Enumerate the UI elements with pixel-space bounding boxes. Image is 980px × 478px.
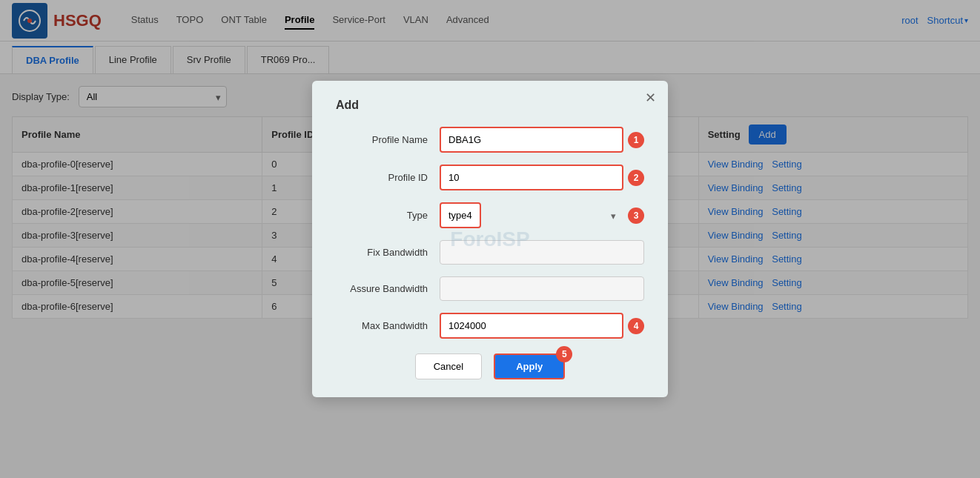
max-bw-input-wrapper: 4 (440, 313, 644, 339)
cancel-button[interactable]: Cancel (415, 353, 482, 379)
step-badge-2: 2 (628, 170, 644, 186)
modal-overlay: Add ✕ Profile Name 1 Profile ID 2 Type (0, 0, 980, 478)
profile-id-input[interactable] (440, 165, 623, 190)
step-badge-3: 3 (628, 208, 644, 224)
step-badge-1: 1 (628, 132, 644, 148)
fix-bw-label: Fix Bandwidth (336, 247, 440, 258)
profile-name-input-wrapper: 1 (440, 127, 644, 153)
type-select[interactable]: type1 type2 type3 type4 type5 (440, 202, 481, 228)
type-label: Type (336, 210, 440, 221)
assure-bw-input[interactable] (440, 276, 644, 301)
apply-wrapper: Apply 5 (494, 353, 565, 379)
type-select-wrapper: type1 type2 type3 type4 type5 3 (440, 202, 644, 228)
step-badge-4: 4 (628, 318, 644, 334)
profile-name-label: Profile Name (336, 134, 440, 145)
modal-close-button[interactable]: ✕ (645, 90, 656, 106)
max-bw-label: Max Bandwidth (336, 320, 440, 331)
modal-footer: Cancel Apply 5 (336, 353, 644, 379)
fix-bw-input[interactable] (440, 240, 644, 265)
type-row: Type type1 type2 type3 type4 type5 3 (336, 202, 644, 228)
assure-bw-row: Assure Bandwidth (336, 276, 644, 301)
step-badge-5: 5 (556, 346, 572, 362)
max-bw-input[interactable] (440, 313, 623, 339)
type-select-container: type1 type2 type3 type4 type5 (440, 202, 623, 228)
assure-bw-label: Assure Bandwidth (336, 283, 440, 294)
profile-id-input-wrapper: 2 (440, 165, 644, 190)
profile-id-label: Profile ID (336, 172, 440, 183)
modal-title: Add (336, 99, 644, 112)
add-modal: Add ✕ Profile Name 1 Profile ID 2 Type (312, 81, 668, 397)
max-bw-row: Max Bandwidth 4 (336, 313, 644, 339)
profile-name-row: Profile Name 1 (336, 127, 644, 153)
fix-bw-row: Fix Bandwidth (336, 240, 644, 265)
profile-name-input[interactable] (440, 127, 623, 153)
profile-id-row: Profile ID 2 (336, 165, 644, 190)
apply-button[interactable]: Apply (494, 353, 565, 379)
